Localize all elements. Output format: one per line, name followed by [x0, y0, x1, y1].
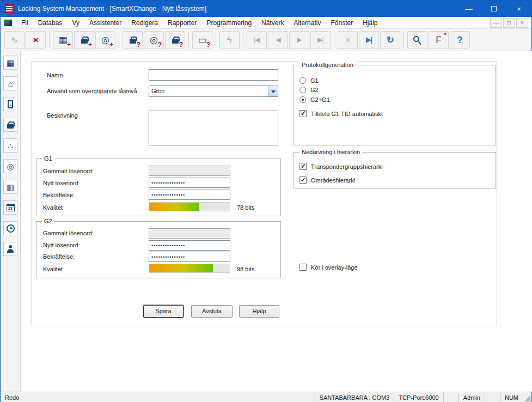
title-bar: Locking System Management - [SmartXChang…: [1, 1, 531, 17]
toolbar-separator: [243, 32, 243, 47]
sidebar-clock-button[interactable]: [3, 221, 17, 235]
g1-new-password-label: Nytt lösenord: [43, 180, 78, 186]
maximize-button[interactable]: [481, 1, 506, 17]
overlay-checkbox[interactable]: [299, 264, 307, 271]
goto-record-button[interactable]: ▶|: [359, 31, 379, 49]
filter-settings-icon: F: [436, 35, 441, 45]
radio-g1-label[interactable]: G1: [310, 77, 319, 84]
cancel-button[interactable]: ×: [338, 31, 358, 49]
disconnect-button[interactable]: ×: [26, 31, 46, 49]
read-lock-button[interactable]: ?: [123, 31, 143, 49]
disconnect-icon: ×: [33, 35, 39, 45]
exit-button[interactable]: Avsluta: [191, 305, 233, 318]
area-hierarchy-checkbox[interactable]: [299, 176, 307, 184]
sidebar-door-button[interactable]: [3, 97, 17, 111]
status-bar: Redo SANTABARBARA : COM3 TCP-Port:6000 A…: [1, 392, 531, 402]
menu-redigera[interactable]: Redigera: [126, 18, 163, 28]
sidebar-matrix-grid-button[interactable]: ▥: [3, 180, 17, 194]
overlay-checkbox-label[interactable]: Kör i overlay-läge: [311, 264, 358, 271]
save-accel: S: [155, 308, 159, 314]
goto-record-icon: ▶|: [366, 36, 372, 43]
clock-icon: [7, 224, 15, 233]
transponder-icon: ◎: [150, 35, 158, 45]
read-lock-g1-button[interactable]: ?: [165, 31, 185, 49]
radio-g2[interactable]: [299, 87, 306, 93]
toolbar-separator: [216, 32, 216, 47]
resize-grip[interactable]: [523, 392, 531, 402]
radio-g2g1[interactable]: [299, 96, 306, 103]
mdi-close-button[interactable]: ×: [516, 18, 528, 28]
sidebar-cylinder-button[interactable]: ◎: [3, 159, 17, 173]
level-dropdown[interactable]: Grön: [149, 86, 278, 97]
radio-g2g1-label[interactable]: G2+G1: [310, 96, 330, 103]
help-button-form[interactable]: Hjälp: [239, 305, 279, 318]
transponder-hierarchy-label[interactable]: Transpondergruppshierarki: [311, 163, 383, 170]
status-user: Admin: [458, 392, 485, 402]
sidebar-lock-button[interactable]: [3, 118, 17, 132]
transponder-icon: ◎: [101, 35, 109, 45]
sidebar-calendar-button[interactable]: 23: [3, 200, 17, 215]
area-hierarchy-label[interactable]: Områdeshierarki: [311, 177, 355, 184]
sidebar-matrix-button[interactable]: ▦: [3, 56, 17, 70]
sidebar-user-button[interactable]: [3, 242, 17, 256]
g2-new-password-input[interactable]: [149, 240, 230, 251]
search-button[interactable]: [407, 31, 427, 49]
g1-groupbox-title: G1: [42, 155, 54, 162]
new-locking-system-button[interactable]: ▦+: [53, 31, 73, 49]
first-record-button[interactable]: |◀: [247, 31, 267, 49]
last-record-button[interactable]: ▶|: [310, 31, 331, 49]
transponder-hierarchy-checkbox[interactable]: [299, 163, 307, 170]
connect-button[interactable]: ∿: [4, 31, 25, 49]
program-button[interactable]: ϟ: [219, 31, 240, 49]
g1-old-password-input[interactable]: [149, 166, 230, 176]
plus-badge: +: [88, 41, 92, 48]
menu-databas[interactable]: Databas: [33, 18, 68, 28]
new-lock-button[interactable]: +: [74, 31, 94, 49]
window-title: Locking System Management - [SmartXChang…: [18, 5, 456, 13]
minimize-button[interactable]: —: [456, 1, 481, 17]
previous-record-button[interactable]: ◀: [268, 31, 288, 49]
dropdown-button[interactable]: [268, 86, 278, 96]
menu-rapporter[interactable]: Rapporter: [163, 18, 201, 28]
save-button[interactable]: Spara: [143, 305, 184, 318]
menu-programmering[interactable]: Programmering: [201, 18, 256, 28]
menu-vy[interactable]: Vy: [67, 18, 84, 28]
radio-g1[interactable]: [299, 77, 306, 84]
sidebar: ▦ ⌂ ∴ ◎ ▥ 23: [1, 51, 21, 392]
g1-confirm-input[interactable]: [149, 190, 230, 200]
new-transponder-button[interactable]: ◎+: [95, 31, 115, 49]
radio-g2-label[interactable]: G2: [310, 87, 319, 93]
read-card-button[interactable]: ▭?: [192, 31, 212, 49]
sidebar-home-button[interactable]: ⌂: [3, 76, 17, 90]
filter-settings-button[interactable]: F*: [429, 31, 449, 49]
g2-quality-label: Kvalitet: [43, 266, 63, 272]
menu-assistenter[interactable]: Assistenter: [84, 18, 126, 28]
menu-hjalp[interactable]: Hjälp: [358, 18, 382, 28]
mdi-minimize-button[interactable]: —: [490, 18, 502, 28]
close-button[interactable]: ×: [506, 1, 531, 17]
description-textarea[interactable]: [149, 111, 278, 145]
menu-fonster[interactable]: Fönster: [326, 18, 358, 28]
tid-checkbox[interactable]: [299, 110, 307, 117]
help-button[interactable]: ?: [450, 31, 470, 49]
sidebar-transponder-group-button[interactable]: ∴: [3, 138, 17, 153]
menu-alternativ[interactable]: Alternativ: [289, 18, 326, 28]
g2-new-password-label: Nytt lösenord:: [43, 242, 80, 248]
level-dropdown-value: Grön: [151, 88, 164, 94]
tid-checkbox-label[interactable]: Tilldela G1 TID automatiskt: [311, 111, 383, 117]
status-com-port: SANTABARBARA : COM3: [315, 392, 394, 402]
refresh-button[interactable]: ↻: [380, 31, 400, 49]
menu-fil[interactable]: Fil: [16, 18, 33, 28]
g1-new-password-input[interactable]: [149, 178, 230, 188]
g2-old-password-input[interactable]: [149, 228, 230, 239]
mdi-restore-button[interactable]: □: [503, 18, 515, 28]
g1-quality-label: Kvalitet: [43, 204, 63, 211]
menu-natverk[interactable]: Nätverk: [256, 18, 289, 28]
read-transponder-button[interactable]: ◎?: [144, 31, 164, 49]
connect-icon: ∿: [10, 35, 18, 45]
next-record-button[interactable]: ▶: [289, 31, 309, 49]
last-record-icon: ▶|: [317, 36, 323, 43]
door-icon: [8, 100, 13, 108]
name-input[interactable]: [149, 69, 278, 81]
g2-confirm-input[interactable]: [149, 252, 230, 262]
